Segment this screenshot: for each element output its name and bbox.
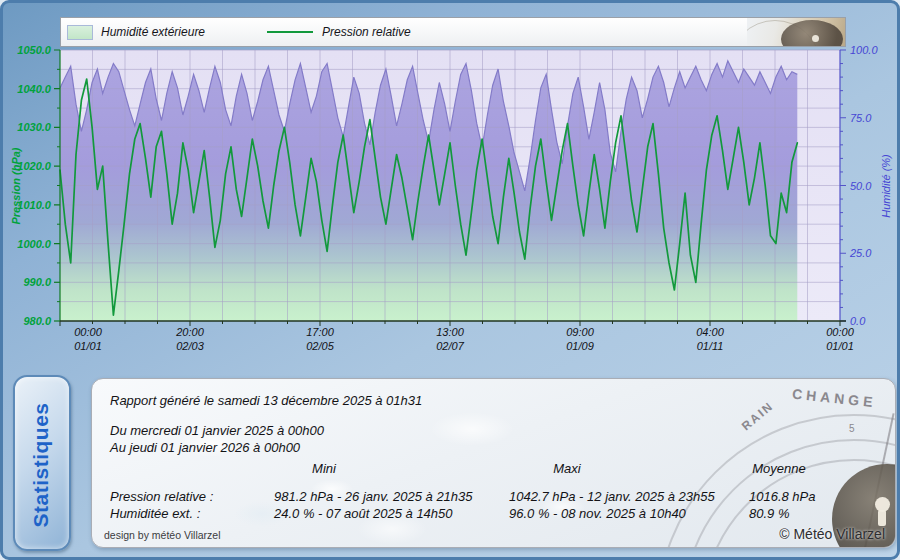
svg-text:09:00: 09:00 xyxy=(566,326,594,338)
statistics-panel: CHANGE RAIN 5 Rapport généré le samedi 1… xyxy=(91,378,896,548)
design-credit: design by météo Villarzel xyxy=(104,529,221,541)
statistics-tab: Statistiques xyxy=(13,375,71,551)
column-header-moyenne: Moyenne xyxy=(734,461,824,476)
humidity-area-swatch xyxy=(67,25,93,40)
row-mini: 24.0 % - 07 août 2025 à 14h50 xyxy=(274,506,453,521)
legend-pressure-label: Pression relative xyxy=(322,25,411,39)
legend-humidity-label: Humidité extérieure xyxy=(101,25,205,39)
gauge-change-label: CHANGE xyxy=(791,386,877,411)
barometer-dial-decoration xyxy=(781,20,843,46)
period-from-line: Du mercredi 01 janvier 2025 à 00h00 xyxy=(110,423,324,438)
svg-text:980.0: 980.0 xyxy=(23,315,51,327)
pressure-humidity-chart: 1050.01040.01030.01020.01010.01000.0990.… xyxy=(3,3,900,369)
row-label: Humiditée ext. : xyxy=(110,506,200,521)
copyright-notice: © Météo Villarzel xyxy=(779,526,885,542)
column-header-mini: Mini xyxy=(279,461,369,476)
svg-text:25.0: 25.0 xyxy=(849,247,872,259)
svg-text:17:00: 17:00 xyxy=(306,326,334,338)
svg-text:1050.0: 1050.0 xyxy=(17,44,52,56)
barometer-photo xyxy=(747,18,845,46)
row-moyenne: 1016.8 hPa xyxy=(749,489,816,504)
svg-text:01/01: 01/01 xyxy=(826,340,854,352)
svg-text:20:00: 20:00 xyxy=(175,326,204,338)
row-label: Pression relative : xyxy=(110,489,213,504)
left-axis-title: Pression (hPa) xyxy=(10,126,24,246)
column-header-maxi: Maxi xyxy=(522,461,612,476)
right-axis-title: Humidité (%) xyxy=(880,126,894,246)
svg-text:02/03: 02/03 xyxy=(176,340,204,352)
pressure-line-swatch xyxy=(267,31,313,33)
gauge-rain-label: RAIN xyxy=(739,399,777,434)
row-moyenne: 80.9 % xyxy=(749,506,789,521)
report-generated-line: Rapport généré le samedi 13 décembre 202… xyxy=(110,393,422,408)
svg-text:04:00: 04:00 xyxy=(696,326,724,338)
weather-report-page: 1050.01040.01030.01020.01010.01000.0990.… xyxy=(0,0,900,560)
gauge-key-stem-decoration xyxy=(878,510,886,526)
svg-text:75.0: 75.0 xyxy=(850,112,872,124)
statistics-tab-label: Statistiques xyxy=(29,377,55,553)
svg-text:01/01: 01/01 xyxy=(74,340,102,352)
row-mini: 981.2 hPa - 26 janv. 2025 à 21h35 xyxy=(274,489,473,504)
svg-text:02/05: 02/05 xyxy=(306,340,334,352)
chart-legend: Humidité extérieure Pression relative xyxy=(60,17,846,47)
svg-text:990.0: 990.0 xyxy=(23,276,51,288)
svg-text:01/09: 01/09 xyxy=(566,340,594,352)
svg-text:100.0: 100.0 xyxy=(850,44,878,56)
row-maxi: 96.0 % - 08 nov. 2025 à 10h40 xyxy=(509,506,686,521)
row-maxi: 1042.7 hPa - 12 janv. 2025 à 23h55 xyxy=(509,489,715,504)
svg-text:1040.0: 1040.0 xyxy=(17,83,52,95)
svg-text:50.0: 50.0 xyxy=(850,180,872,192)
svg-text:00:00: 00:00 xyxy=(826,326,854,338)
gauge-scale-number: 5 xyxy=(849,423,855,434)
svg-text:13:00: 13:00 xyxy=(436,326,464,338)
svg-text:01/11: 01/11 xyxy=(697,340,724,352)
period-to-line: Au jeudi 01 janvier 2026 à 00h00 xyxy=(110,440,300,455)
barometer-dot-decoration xyxy=(812,35,819,42)
chart-area: 1050.01040.01030.01020.01010.01000.0990.… xyxy=(3,3,900,369)
svg-text:00:00: 00:00 xyxy=(74,326,102,338)
svg-text:02/07: 02/07 xyxy=(436,340,464,352)
